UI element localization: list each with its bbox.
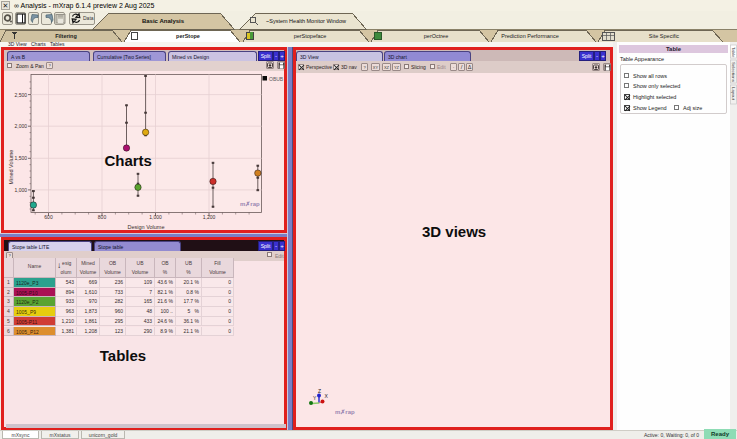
svg-text:X: X [325,393,329,399]
svg-text:perStope: perStope [176,33,200,39]
svg-text:800: 800 [98,214,107,220]
svg-text:Design Volume: Design Volume [128,224,165,230]
svg-text:perOctree: perOctree [424,33,448,39]
svg-text:1,000: 1,000 [149,214,162,220]
svg-text:2,000: 2,000 [14,123,27,129]
svg-text:m✗rap: m✗rap [240,201,260,207]
svg-text:Y: Y [313,395,317,401]
svg-text:Table: Table [731,47,736,58]
svg-text:~System Health Monitor Window: ~System Health Monitor Window [266,18,346,24]
svg-text:Prediction Performance: Prediction Performance [501,33,558,39]
svg-text:Selections: Selections [731,62,736,82]
svg-text:Basic Analysis: Basic Analysis [142,18,185,24]
svg-text:1,200: 1,200 [203,214,216,220]
svg-text:Filtering: Filtering [55,33,77,39]
svg-text:600: 600 [44,214,53,220]
svg-text:OBUB: OBUB [269,76,284,82]
svg-text:1,000: 1,000 [14,187,27,193]
svg-text:2,500: 2,500 [14,92,27,98]
svg-text:Z: Z [318,388,321,394]
svg-text:Mined Volume: Mined Volume [8,150,14,185]
svg-text:Layout: Layout [731,87,736,101]
svg-text:1,500: 1,500 [14,155,27,161]
svg-text:perStopeface: perStopeface [294,33,327,39]
svg-text:Site Specific: Site Specific [649,33,680,39]
